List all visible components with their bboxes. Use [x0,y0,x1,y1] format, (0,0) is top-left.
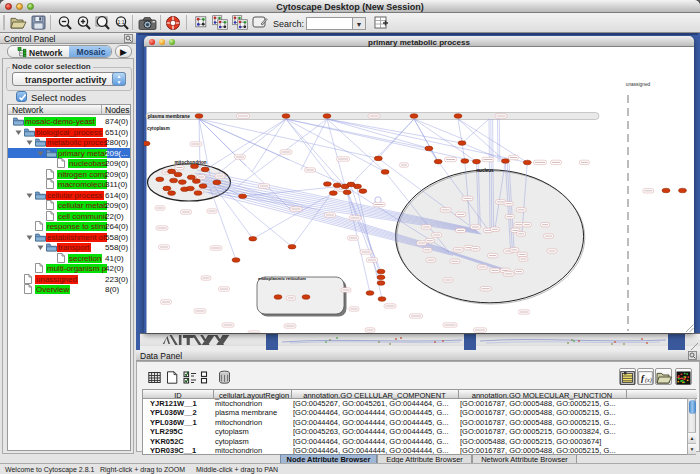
svg-text:unassigned: unassigned [626,82,651,87]
svg-text:(x): (x) [645,377,652,384]
svg-text:endoplasmic reticulum: endoplasmic reticulum [258,276,306,281]
svg-text:nucleus: nucleus [476,168,494,173]
svg-text:1:1: 1:1 [118,19,125,25]
svg-text:plasma membrane: plasma membrane [148,114,190,119]
svg-text:cytoplasm: cytoplasm [147,126,170,131]
svg-text:mitochondrion: mitochondrion [175,160,207,165]
